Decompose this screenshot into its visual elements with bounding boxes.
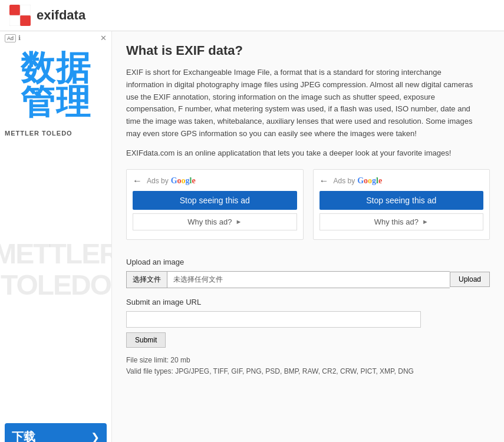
sidebar-ad-label: Ad ℹ ✕: [0, 31, 111, 45]
ad-badge: Ad ℹ: [5, 34, 21, 42]
ad-info-icon: ℹ: [18, 34, 21, 42]
file-name-display: 未选择任何文件: [167, 271, 450, 288]
file-info: File size limit: 20 mb Valid file types:…: [126, 355, 490, 377]
why-ad-row-1: Why this ad? ►: [133, 213, 297, 230]
stop-ad-button-2[interactable]: Stop seeing this ad: [319, 191, 484, 210]
google-text-1: Google: [171, 176, 196, 186]
why-icon-2: ►: [422, 218, 429, 225]
ad-unit-1: ← Ads by Google Stop seeing this ad Why …: [126, 169, 304, 240]
main-content: What is EXIF data? EXIF is short for Exc…: [112, 31, 504, 442]
ads-by-google-1: Ads by Google: [147, 176, 196, 186]
sidebar-ad-content: 数据 管理: [0, 45, 111, 125]
sidebar-bottom-ad: 下载 ❯: [0, 418, 111, 442]
svg-rect-0: [9, 5, 20, 15]
site-logo-text: exifdata: [37, 8, 85, 23]
ad-close-icon[interactable]: ✕: [100, 34, 107, 42]
upload-label: Upload an image: [126, 258, 490, 266]
choose-file-button[interactable]: 选择文件: [126, 271, 167, 288]
chinese-text: 数据 管理: [6, 51, 106, 119]
ads-row: ← Ads by Google Stop seeing this ad Why …: [126, 169, 490, 240]
why-icon-1: ►: [235, 218, 242, 225]
svg-rect-2: [9, 15, 20, 26]
why-ad-label-2: Why this ad?: [374, 217, 419, 226]
valid-file-types: Valid file types: JPG/JPEG, TIFF, GIF, P…: [126, 366, 490, 377]
svg-rect-3: [20, 5, 31, 15]
upload-button[interactable]: Upload: [450, 272, 490, 287]
download-arrow-icon: ❯: [91, 431, 100, 443]
url-section: Submit an image URL Submit: [126, 298, 490, 348]
file-upload-row: 选择文件 未选择任何文件 Upload: [126, 271, 490, 288]
why-ad-label-1: Why this ad?: [187, 217, 232, 226]
brand-name: METTLER TOLEDO: [0, 125, 111, 141]
upload-section: Upload an image 选择文件 未选择任何文件 Upload Subm…: [126, 258, 490, 377]
why-ad-row-2: Why this ad? ►: [319, 213, 484, 230]
sidebar: Ad ℹ ✕ 数据 管理 METTLER TOLEDO METTLER TOLE…: [0, 31, 112, 442]
tagline-text: EXIFdata.com is an online applicatation …: [126, 149, 490, 157]
file-size-limit: File size limit: 20 mb: [126, 355, 490, 366]
ad-back-arrow-1[interactable]: ←: [133, 176, 142, 186]
ads-by-label-2: Ads by: [334, 177, 355, 185]
submit-button[interactable]: Submit: [126, 332, 166, 348]
google-text-2: Google: [357, 176, 382, 186]
ad-icon: Ad: [5, 34, 16, 42]
page-title: What is EXIF data?: [126, 43, 490, 58]
ad-back-arrow-2[interactable]: ←: [319, 176, 329, 186]
ad-nav-row-2: ← Ads by Google: [319, 176, 484, 186]
stop-ad-button-1[interactable]: Stop seeing this ad: [133, 191, 297, 210]
url-label: Submit an image URL: [126, 298, 490, 306]
site-header: exifdata: [0, 0, 504, 31]
site-logo-icon: [9, 5, 31, 26]
main-layout: Ad ℹ ✕ 数据 管理 METTLER TOLEDO METTLER TOLE…: [0, 31, 504, 442]
ad-nav-row-1: ← Ads by Google: [133, 176, 297, 186]
ad-unit-2: ← Ads by Google Stop seeing this ad Why …: [313, 169, 490, 240]
download-label: 下载: [12, 429, 35, 442]
svg-rect-1: [20, 15, 31, 26]
url-input[interactable]: [126, 311, 421, 328]
description-text: EXIF is short for Exchangeable Image Fil…: [126, 67, 480, 140]
download-button[interactable]: 下载 ❯: [5, 423, 107, 442]
logo-normal: exif: [37, 8, 59, 22]
ads-by-label-1: Ads by: [147, 177, 169, 185]
logo-bold: data: [59, 8, 85, 22]
ads-by-google-2: Ads by Google: [334, 176, 383, 186]
